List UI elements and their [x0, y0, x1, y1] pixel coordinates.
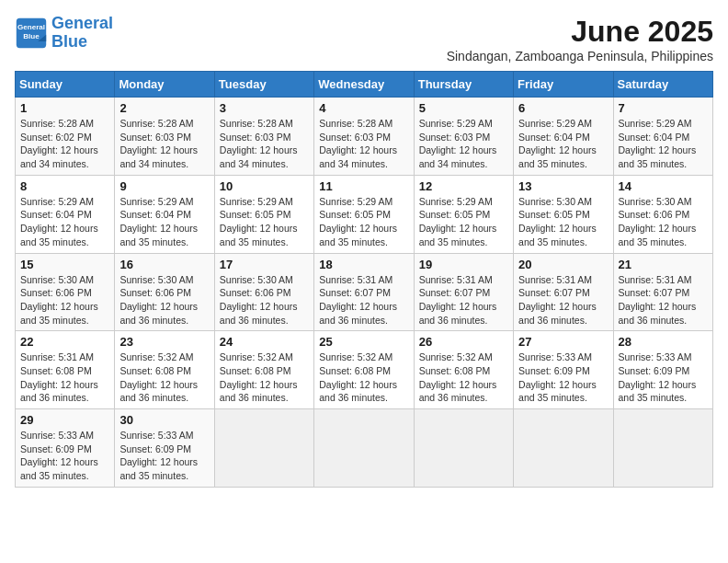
day-number: 26: [419, 335, 508, 349]
calendar-cell: 17 Sunrise: 5:30 AMSunset: 6:06 PMDaylig…: [214, 253, 313, 331]
logo-line2: Blue: [51, 32, 87, 51]
day-detail: Sunrise: 5:30 AMSunset: 6:06 PMDaylight:…: [20, 273, 109, 327]
calendar-cell: 21 Sunrise: 5:31 AMSunset: 6:07 PMDaylig…: [613, 253, 712, 331]
calendar-cell: 29 Sunrise: 5:33 AMSunset: 6:09 PMDaylig…: [16, 409, 115, 488]
calendar-cell: 23 Sunrise: 5:32 AMSunset: 6:08 PMDaylig…: [115, 331, 214, 409]
weekday-header-tuesday: Tuesday: [214, 72, 313, 98]
calendar-cell: 5 Sunrise: 5:29 AMSunset: 6:03 PMDayligh…: [414, 98, 513, 176]
day-detail: Sunrise: 5:29 AMSunset: 6:04 PMDaylight:…: [518, 117, 608, 171]
day-number: 29: [20, 413, 109, 427]
day-number: 7: [619, 101, 708, 115]
calendar-cell: 16 Sunrise: 5:30 AMSunset: 6:06 PMDaylig…: [115, 253, 214, 331]
weekday-header-row: SundayMondayTuesdayWednesdayThursdayFrid…: [16, 72, 713, 98]
day-number: 15: [20, 258, 109, 271]
calendar-cell: 8 Sunrise: 5:29 AMSunset: 6:04 PMDayligh…: [16, 175, 115, 253]
calendar-cell: 25 Sunrise: 5:32 AMSunset: 6:08 PMDaylig…: [314, 331, 414, 409]
day-detail: Sunrise: 5:33 AMSunset: 6:09 PMDaylight:…: [119, 429, 209, 483]
calendar-cell: [214, 409, 313, 488]
calendar-cell: 19 Sunrise: 5:31 AMSunset: 6:07 PMDaylig…: [414, 253, 513, 331]
calendar-cell: [514, 409, 613, 488]
calendar-cell: 2 Sunrise: 5:28 AMSunset: 6:03 PMDayligh…: [115, 98, 214, 176]
day-number: 8: [20, 179, 109, 193]
day-detail: Sunrise: 5:29 AMSunset: 6:04 PMDaylight:…: [619, 117, 708, 171]
calendar-cell: 24 Sunrise: 5:32 AMSunset: 6:08 PMDaylig…: [214, 331, 313, 409]
day-detail: Sunrise: 5:29 AMSunset: 6:05 PMDaylight:…: [319, 195, 408, 249]
calendar-cell: [613, 409, 712, 488]
day-number: 10: [220, 179, 309, 193]
day-detail: Sunrise: 5:28 AMSunset: 6:02 PMDaylight:…: [20, 117, 109, 171]
day-detail: Sunrise: 5:30 AMSunset: 6:05 PMDaylight:…: [518, 195, 608, 249]
week-row-3: 15 Sunrise: 5:30 AMSunset: 6:06 PMDaylig…: [16, 253, 713, 331]
day-detail: Sunrise: 5:31 AMSunset: 6:08 PMDaylight:…: [20, 350, 109, 405]
calendar-cell: 18 Sunrise: 5:31 AMSunset: 6:07 PMDaylig…: [314, 253, 414, 331]
day-detail: Sunrise: 5:28 AMSunset: 6:03 PMDaylight:…: [119, 117, 209, 171]
day-detail: Sunrise: 5:33 AMSunset: 6:09 PMDaylight:…: [20, 429, 109, 483]
day-detail: Sunrise: 5:33 AMSunset: 6:09 PMDaylight:…: [619, 350, 708, 405]
weekday-header-friday: Friday: [514, 72, 613, 98]
week-row-5: 29 Sunrise: 5:33 AMSunset: 6:09 PMDaylig…: [16, 409, 713, 488]
day-number: 20: [518, 258, 608, 271]
day-number: 5: [419, 101, 508, 115]
logo-text: General Blue: [51, 15, 113, 52]
calendar-cell: 27 Sunrise: 5:33 AMSunset: 6:09 PMDaylig…: [514, 331, 613, 409]
day-number: 25: [319, 335, 408, 349]
day-number: 4: [319, 101, 408, 115]
logo-icon: General Blue: [15, 17, 48, 50]
day-number: 18: [319, 258, 408, 271]
calendar-cell: 6 Sunrise: 5:29 AMSunset: 6:04 PMDayligh…: [514, 98, 613, 176]
calendar-cell: 4 Sunrise: 5:28 AMSunset: 6:03 PMDayligh…: [314, 98, 414, 176]
calendar-cell: 13 Sunrise: 5:30 AMSunset: 6:05 PMDaylig…: [514, 175, 613, 253]
calendar-cell: 9 Sunrise: 5:29 AMSunset: 6:04 PMDayligh…: [115, 175, 214, 253]
calendar-cell: 28 Sunrise: 5:33 AMSunset: 6:09 PMDaylig…: [613, 331, 712, 409]
day-detail: Sunrise: 5:29 AMSunset: 6:03 PMDaylight:…: [419, 117, 508, 171]
day-detail: Sunrise: 5:29 AMSunset: 6:05 PMDaylight:…: [419, 195, 508, 249]
day-detail: Sunrise: 5:29 AMSunset: 6:05 PMDaylight:…: [220, 195, 309, 249]
svg-text:Blue: Blue: [23, 32, 40, 40]
day-number: 23: [119, 335, 209, 349]
day-number: 17: [220, 258, 309, 271]
week-row-2: 8 Sunrise: 5:29 AMSunset: 6:04 PMDayligh…: [16, 175, 713, 253]
calendar-cell: 14 Sunrise: 5:30 AMSunset: 6:06 PMDaylig…: [613, 175, 712, 253]
calendar-cell: 1 Sunrise: 5:28 AMSunset: 6:02 PMDayligh…: [16, 98, 115, 176]
week-row-1: 1 Sunrise: 5:28 AMSunset: 6:02 PMDayligh…: [16, 98, 713, 176]
calendar-cell: [414, 409, 513, 488]
calendar-cell: 11 Sunrise: 5:29 AMSunset: 6:05 PMDaylig…: [314, 175, 414, 253]
day-detail: Sunrise: 5:32 AMSunset: 6:08 PMDaylight:…: [119, 350, 209, 405]
calendar-cell: 10 Sunrise: 5:29 AMSunset: 6:05 PMDaylig…: [214, 175, 313, 253]
week-row-4: 22 Sunrise: 5:31 AMSunset: 6:08 PMDaylig…: [16, 331, 713, 409]
day-number: 22: [20, 335, 109, 349]
header: General Blue General Blue June 2025 Sind…: [15, 15, 713, 63]
day-detail: Sunrise: 5:32 AMSunset: 6:08 PMDaylight:…: [220, 350, 309, 405]
calendar-cell: 30 Sunrise: 5:33 AMSunset: 6:09 PMDaylig…: [115, 409, 214, 488]
day-detail: Sunrise: 5:31 AMSunset: 6:07 PMDaylight:…: [518, 273, 608, 327]
day-detail: Sunrise: 5:31 AMSunset: 6:07 PMDaylight:…: [319, 273, 408, 327]
logo-line1: General: [51, 14, 113, 32]
calendar-cell: [314, 409, 414, 488]
day-detail: Sunrise: 5:32 AMSunset: 6:08 PMDaylight:…: [319, 350, 408, 405]
day-detail: Sunrise: 5:30 AMSunset: 6:06 PMDaylight:…: [119, 273, 209, 327]
day-number: 12: [419, 179, 508, 193]
day-number: 16: [119, 258, 209, 271]
day-detail: Sunrise: 5:29 AMSunset: 6:04 PMDaylight:…: [20, 195, 109, 249]
day-detail: Sunrise: 5:28 AMSunset: 6:03 PMDaylight:…: [319, 117, 408, 171]
day-detail: Sunrise: 5:29 AMSunset: 6:04 PMDaylight:…: [119, 195, 209, 249]
calendar-cell: 12 Sunrise: 5:29 AMSunset: 6:05 PMDaylig…: [414, 175, 513, 253]
location-title: Sindangan, Zamboanga Peninsula, Philippi…: [447, 49, 713, 63]
day-detail: Sunrise: 5:32 AMSunset: 6:08 PMDaylight:…: [419, 350, 508, 405]
day-detail: Sunrise: 5:31 AMSunset: 6:07 PMDaylight:…: [419, 273, 508, 327]
logo: General Blue General Blue: [15, 15, 113, 52]
day-number: 28: [619, 335, 708, 349]
title-area: June 2025 Sindangan, Zamboanga Peninsula…: [447, 15, 713, 63]
calendar-cell: 26 Sunrise: 5:32 AMSunset: 6:08 PMDaylig…: [414, 331, 513, 409]
day-number: 1: [20, 101, 109, 115]
day-number: 3: [220, 101, 309, 115]
weekday-header-wednesday: Wednesday: [314, 72, 414, 98]
day-number: 30: [119, 413, 209, 427]
day-number: 6: [518, 101, 608, 115]
calendar-cell: 20 Sunrise: 5:31 AMSunset: 6:07 PMDaylig…: [514, 253, 613, 331]
day-number: 2: [119, 101, 209, 115]
day-detail: Sunrise: 5:30 AMSunset: 6:06 PMDaylight:…: [619, 195, 708, 249]
weekday-header-monday: Monday: [115, 72, 214, 98]
day-number: 9: [119, 179, 209, 193]
calendar-cell: 7 Sunrise: 5:29 AMSunset: 6:04 PMDayligh…: [613, 98, 712, 176]
